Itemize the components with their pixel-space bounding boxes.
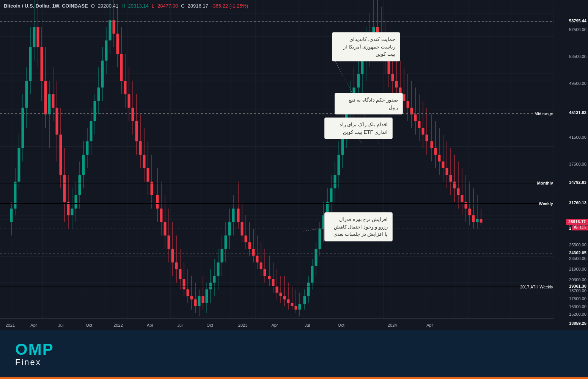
time-label: Apr [426,323,433,327]
price-label: 13859.25 [569,321,586,326]
time-label: Jul [58,323,63,327]
logo-area: OMP Finex [15,341,54,367]
high-label: H [121,3,125,9]
time-label: Oct [207,323,213,327]
price-label: 21900.00 [569,267,586,271]
price-label: 23500.00 [569,256,586,261]
price-label: 20300.00 [569,277,586,282]
annotation-fed: افزایش نرخ بهره فدرال رزرو و وجود احتمال… [324,212,393,241]
hline-monthly-1 [0,183,554,183]
current-price-badge: 28916.17 [566,219,588,225]
high-value: 29313.14 [128,3,149,9]
open-value: 29280.41 [98,3,118,9]
price-label: 31760.13 [569,200,586,205]
change-value: -365.22 (-1.25%) [211,3,248,9]
weekly-label: Weekly [539,201,553,206]
time-label: 2021 [6,323,15,327]
price-label: 45131.83 [569,110,586,115]
time-label: Apr [271,323,278,327]
time-label: Jul [305,323,310,327]
price-label: 15200.00 [569,312,586,316]
hline-top-dashed [0,22,554,22]
candlestick-chart [0,0,554,330]
time-label: Apr [147,323,153,327]
close-label: C [181,3,184,9]
logo-finex: Finex [15,357,41,367]
price-label: 16300.00 [569,304,586,309]
time-label: Jul [177,323,182,327]
price-label: 37500.00 [569,162,586,166]
low-label: L [152,3,154,9]
price-axis: 58795.4457500.0053500.0049500.0045131.83… [554,0,588,330]
close-value: 28916.17 [188,3,208,9]
hline-ath-2017 [0,287,554,287]
price-label: 49500.00 [569,81,586,86]
chart-symbol: Bitcoin / U.S. Dollar, 1W, COINBASE [4,3,88,9]
chart-area: Bitcoin / U.S. Dollar, 1W, COINBASE O 29… [0,0,588,330]
hline-weekly [0,204,554,204]
price-label: 34792.83 [569,180,586,185]
time-label: 2023 [238,323,247,327]
time-axis: 2021AprJulOct2022AprJulOct2023AprJulOct2… [0,318,554,330]
orange-bar [0,377,588,379]
price-label: 18700.00 [569,288,586,293]
hline-dashed-mid [0,229,554,229]
price-label: 58795.44 [569,19,586,23]
price-label: 17500.00 [569,296,586,301]
price-label: 53500.00 [569,54,586,59]
price-label: 25500.00 [569,243,586,247]
annotation-ripple: صدور حکم دادگاه به نفع ریپل [335,93,403,114]
price-label: 41500.00 [569,135,586,139]
time-label: Apr [30,323,37,327]
timeframe-badge: 5d 14h [572,226,588,230]
price-label: 19361.30 [569,284,586,288]
price-label: 57500.00 [569,27,586,32]
time-label: Oct [86,323,92,327]
low-value: 28477.00 [157,3,178,9]
header-bar: Bitcoin / U.S. Dollar, 1W, COINBASE O 29… [4,3,248,9]
logo-omp: OMP [15,341,54,357]
midrange-label: Mid range [535,111,553,116]
price-label: 24302.05 [569,251,586,255]
ath-2017-label: 2017 ATH Weekly [520,285,553,289]
monthly-label-1: Monthly [537,181,553,185]
time-label: 2022 [113,323,123,327]
annotation-canada: حمایت کندی، کاندیدای ریاست جمهوری آمریکا… [332,32,400,61]
hline-midrange [0,114,554,114]
annotation-blackrock: اقدام بلک راک برای راه اندازی ETF بیت کو… [324,117,393,139]
open-label: O [91,3,95,9]
time-label: 2024 [388,323,397,327]
footer: OMP Finex [0,330,588,379]
time-label: Oct [338,323,344,327]
